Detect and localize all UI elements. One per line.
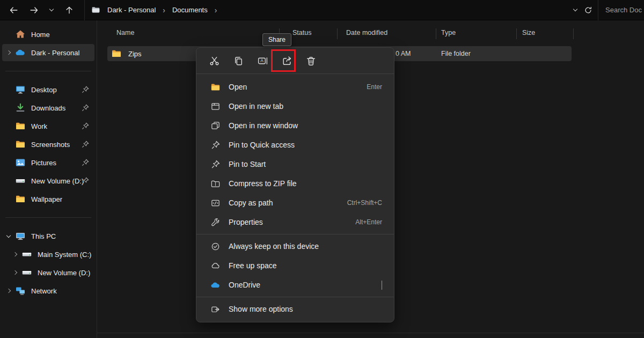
- copy-icon: [233, 55, 244, 67]
- menu-item-open[interactable]: Open Enter: [196, 77, 394, 97]
- search-input[interactable]: [605, 6, 644, 14]
- column-separator[interactable]: [573, 28, 574, 39]
- column-header-type[interactable]: Type: [441, 29, 456, 36]
- pin-icon: [81, 104, 90, 112]
- column-header-status[interactable]: Status: [292, 29, 311, 36]
- address-bar[interactable]: Dark - Personal › Documents ›: [84, 0, 598, 20]
- expand-chevron-icon[interactable]: [6, 289, 11, 293]
- sidebar-item-label: New Volume (D:): [38, 269, 90, 277]
- breadcrumb: Dark - Personal › Documents ›: [91, 4, 570, 16]
- home-icon: [15, 29, 26, 40]
- forward-button[interactable]: [26, 3, 41, 18]
- breadcrumb-item[interactable]: Dark - Personal: [105, 4, 158, 16]
- pin-icon: [81, 177, 90, 185]
- drive-icon: [15, 175, 26, 186]
- sidebar-item-wallpaper[interactable]: Wallpaper: [2, 190, 94, 208]
- sidebar-item-downloads[interactable]: Downloads: [2, 99, 94, 116]
- copy-button[interactable]: [226, 50, 251, 71]
- delete-icon: [305, 55, 317, 67]
- sidebar-item-label: This PC: [31, 232, 56, 240]
- back-arrow-icon: [9, 5, 19, 15]
- tooltip-text: Share: [268, 36, 286, 43]
- menu-item-label: Show more options: [229, 305, 293, 313]
- refresh-icon: [584, 6, 592, 14]
- column-header-name[interactable]: Name: [116, 29, 134, 36]
- sidebar-item-new-volume-d[interactable]: New Volume (D:): [2, 172, 94, 189]
- column-separator[interactable]: [337, 28, 338, 39]
- cut-button[interactable]: [202, 50, 226, 71]
- nav-buttons: [0, 3, 84, 18]
- delete-button[interactable]: [299, 50, 323, 71]
- navigation-pane: Home Dark - Personal Desktop D: [0, 20, 97, 338]
- menu-item-free-up-space[interactable]: Free up space: [196, 256, 394, 275]
- forward-arrow-icon: [29, 5, 39, 15]
- this-pc-icon: [15, 231, 26, 241]
- search-box[interactable]: [598, 0, 644, 20]
- collapse-chevron-icon[interactable]: [6, 233, 11, 237]
- location-folder-icon: [91, 5, 100, 14]
- expand-chevron-icon[interactable]: [6, 50, 11, 55]
- onedrive-icon: [15, 47, 26, 58]
- sidebar-item-onedrive[interactable]: Dark - Personal: [2, 44, 94, 61]
- pin-icon: [210, 140, 221, 150]
- menu-item-open-in-new-tab[interactable]: Open in new tab: [196, 97, 394, 116]
- menu-item-shortcut: Ctrl+Shift+C: [347, 199, 382, 207]
- menu-item-show-more-options[interactable]: Show more options: [196, 299, 394, 319]
- sidebar-item-network[interactable]: Network: [2, 282, 94, 299]
- folder-icon: [111, 48, 122, 59]
- address-dropdown-button[interactable]: [570, 3, 581, 18]
- menu-item-copy-as-path[interactable]: Copy as path Ctrl+Shift+C: [196, 193, 394, 212]
- share-button[interactable]: [275, 50, 299, 71]
- rename-button[interactable]: A: [251, 50, 275, 71]
- menu-item-label: Free up space: [229, 261, 277, 270]
- breadcrumb-item[interactable]: Documents: [170, 4, 210, 16]
- sidebar-item-home[interactable]: Home: [2, 26, 94, 43]
- sidebar-item-label: Wallpaper: [31, 195, 62, 203]
- menu-item-onedrive[interactable]: OneDrive: [196, 275, 394, 295]
- file-date-modified: 0 AM: [396, 50, 411, 57]
- sidebar-item-label: New Volume (D:): [31, 177, 84, 185]
- recent-locations-button[interactable]: [46, 3, 57, 18]
- menu-item-pin-to-quick-access[interactable]: Pin to Quick access: [196, 135, 394, 155]
- sidebar-item-label: Desktop: [31, 86, 57, 94]
- onedrive-icon: [210, 280, 221, 290]
- column-separator[interactable]: [436, 28, 436, 39]
- menu-item-always-keep-on-device[interactable]: Always keep on this device: [196, 237, 394, 256]
- network-icon: [15, 285, 26, 296]
- context-menu: A Open Enter Open in new tab: [196, 47, 394, 322]
- sidebar-item-screenshots[interactable]: Screenshots: [2, 136, 94, 153]
- breadcrumb-separator[interactable]: ›: [163, 6, 165, 14]
- expand-chevron-icon[interactable]: [13, 270, 17, 275]
- menu-item-properties[interactable]: Properties Alt+Enter: [196, 212, 394, 232]
- sidebar-item-this-pc[interactable]: This PC: [2, 227, 94, 245]
- back-button[interactable]: [6, 3, 21, 18]
- sidebar-item-label: Screenshots: [31, 141, 70, 149]
- context-menu-items: Open Enter Open in new tab Open in new w…: [196, 74, 394, 322]
- menu-item-compress-to-zip[interactable]: Compress to ZIP file: [196, 174, 394, 193]
- statusbar-divider: [97, 333, 644, 333]
- svg-text:A: A: [260, 58, 264, 63]
- menu-item-label: Open: [229, 83, 247, 91]
- column-header-size[interactable]: Size: [522, 29, 535, 36]
- menu-item-open-in-new-window[interactable]: Open in new window: [196, 116, 394, 135]
- menu-item-pin-to-start[interactable]: Pin to Start: [196, 155, 394, 174]
- file-explorer-window: Dark - Personal › Documents › Home: [0, 0, 644, 338]
- sidebar-item-desktop[interactable]: Desktop: [2, 81, 94, 98]
- sidebar-item-label: Home: [31, 31, 50, 39]
- column-header-date-modified[interactable]: Date modified: [346, 29, 387, 36]
- sidebar-item-new-volume-d-2[interactable]: New Volume (D:): [2, 264, 94, 281]
- expand-chevron-icon[interactable]: [13, 252, 17, 256]
- sidebar-item-main-system-c[interactable]: Main System (C:): [2, 246, 94, 263]
- sidebar-item-pictures[interactable]: Pictures: [2, 154, 94, 171]
- refresh-button[interactable]: [581, 3, 596, 18]
- sidebar-item-label: Downloads: [31, 104, 65, 112]
- up-button[interactable]: [62, 3, 77, 18]
- share-icon: [281, 55, 292, 67]
- breadcrumb-separator[interactable]: ›: [215, 6, 217, 14]
- drive-icon: [21, 249, 32, 260]
- pictures-icon: [15, 157, 26, 168]
- menu-item-label: Open in new tab: [229, 102, 283, 111]
- column-separator[interactable]: [516, 28, 517, 39]
- file-type: File folder: [441, 50, 471, 57]
- sidebar-item-work[interactable]: Work: [2, 117, 94, 135]
